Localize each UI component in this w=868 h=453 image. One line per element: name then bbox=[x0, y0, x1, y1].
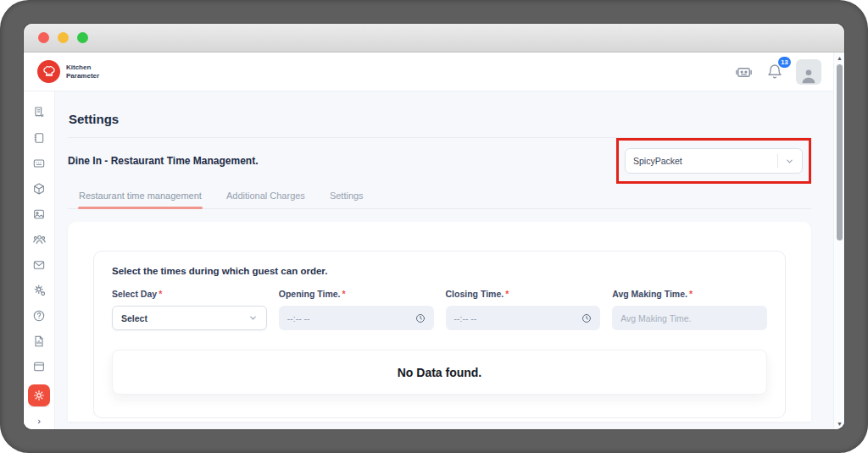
users-icon[interactable] bbox=[32, 232, 47, 246]
required-marker: * bbox=[505, 289, 509, 299]
form-instruction: Select the times during which guest can … bbox=[112, 266, 767, 276]
tab-bar: Restaurant time management Additional Ch… bbox=[68, 184, 811, 209]
time-form-card: Select the times during which guest can … bbox=[93, 251, 786, 418]
zoom-window-button[interactable] bbox=[77, 32, 88, 43]
closing-time-label: Closing Time. bbox=[446, 289, 504, 299]
select-day-dropdown[interactable]: Select bbox=[112, 306, 267, 330]
restaurant-select-value: SpicyPacket bbox=[633, 156, 777, 166]
required-marker: * bbox=[689, 289, 693, 299]
notifications-button[interactable]: 13 bbox=[766, 63, 783, 80]
app: Kitchen Parameter bbox=[24, 52, 844, 429]
window-icon[interactable] bbox=[32, 359, 47, 373]
main-content: Settings Dine In - Restaurant Time Manag… bbox=[55, 91, 833, 429]
close-window-button[interactable] bbox=[38, 32, 49, 43]
section-subtitle: Dine In - Restaurant Time Management. bbox=[68, 155, 259, 167]
package-icon[interactable] bbox=[32, 181, 47, 196]
avg-making-time-placeholder: Avg Making Time. bbox=[620, 313, 691, 323]
page-title: Settings bbox=[69, 112, 811, 126]
notification-count-badge: 13 bbox=[778, 57, 791, 68]
notebook-icon[interactable] bbox=[32, 130, 47, 145]
clock-icon bbox=[415, 313, 426, 323]
browser-window: Kitchen Parameter bbox=[24, 24, 844, 429]
brand-logo-block[interactable]: Kitchen Parameter bbox=[37, 60, 99, 83]
settings-icon[interactable] bbox=[28, 384, 50, 406]
clock-icon bbox=[581, 313, 592, 323]
mail-icon[interactable] bbox=[32, 257, 47, 272]
select-day-label: Select Day bbox=[112, 289, 157, 299]
receipt-icon[interactable] bbox=[32, 105, 47, 119]
empty-state-text: No Data found. bbox=[398, 366, 482, 379]
chevron-down-icon bbox=[785, 157, 794, 166]
tab-restaurant-time-management[interactable]: Restaurant time management bbox=[78, 185, 203, 208]
help-icon[interactable] bbox=[32, 308, 47, 323]
restaurant-select[interactable]: SpicyPacket bbox=[625, 148, 803, 174]
scroll-down-arrow-icon[interactable]: ▼ bbox=[834, 421, 844, 427]
required-marker: * bbox=[342, 289, 345, 299]
closing-time-placeholder: --:-- -- bbox=[454, 313, 582, 323]
titlebar bbox=[24, 24, 844, 52]
brand-name: Kitchen Parameter bbox=[66, 64, 99, 80]
required-marker: * bbox=[159, 289, 162, 299]
red-annotation-box: SpicyPacket bbox=[616, 138, 811, 184]
empty-state-card: No Data found. bbox=[112, 350, 767, 395]
top-navigation-bar: Kitchen Parameter bbox=[24, 52, 833, 91]
app-scrollbar[interactable]: ▲ ▼ bbox=[833, 52, 844, 429]
closing-time-field: Closing Time.* --:-- -- bbox=[446, 289, 601, 330]
avg-making-time-input[interactable]: Avg Making Time. bbox=[612, 306, 767, 330]
tab-additional-charges[interactable]: Additional Charges bbox=[225, 185, 306, 208]
report-icon[interactable] bbox=[32, 334, 47, 348]
user-avatar[interactable] bbox=[796, 59, 821, 85]
chevron-right-icon[interactable]: › bbox=[32, 414, 46, 428]
avg-making-time-field: Avg Making Time.* Avg Making Time. bbox=[612, 289, 767, 330]
gear-settings-icon[interactable] bbox=[32, 283, 47, 297]
keypad-icon[interactable] bbox=[32, 156, 47, 170]
chef-hat-logo-icon bbox=[37, 60, 60, 83]
window-frame: Kitchen Parameter bbox=[0, 0, 868, 453]
avg-making-time-label: Avg Making Time. bbox=[612, 289, 687, 299]
opening-time-label: Opening Time. bbox=[279, 289, 341, 299]
chevron-down-icon bbox=[248, 313, 258, 323]
select-day-field: Select Day* Select bbox=[112, 289, 267, 330]
closing-time-input[interactable]: --:-- -- bbox=[446, 306, 601, 330]
select-day-value: Select bbox=[121, 313, 248, 323]
minimize-window-button[interactable] bbox=[58, 32, 69, 43]
select-divider bbox=[777, 154, 778, 168]
scrollbar-thumb[interactable] bbox=[837, 64, 843, 240]
opening-time-placeholder: --:-- -- bbox=[287, 313, 415, 323]
image-icon[interactable] bbox=[32, 207, 47, 221]
content-card: Select the times during which guest can … bbox=[68, 222, 811, 422]
opening-time-field: Opening Time.* --:-- -- bbox=[279, 289, 434, 330]
scroll-up-arrow-icon[interactable]: ▲ bbox=[834, 55, 844, 61]
tab-settings[interactable]: Settings bbox=[329, 185, 364, 208]
sidebar: › bbox=[24, 91, 55, 429]
sidebar-divider bbox=[29, 406, 49, 407]
traffic-lights bbox=[38, 32, 88, 43]
opening-time-input[interactable]: --:-- -- bbox=[279, 306, 434, 330]
robot-assistant-icon[interactable] bbox=[734, 62, 754, 81]
